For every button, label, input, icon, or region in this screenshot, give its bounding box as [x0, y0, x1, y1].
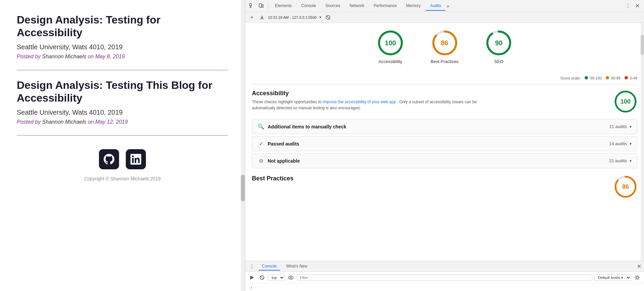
audit-manual-label: Additional items to manually check — [268, 124, 346, 129]
seo-score-number: 90 — [495, 39, 502, 47]
audit-item-manual-check[interactable]: 🔍 Additional items to manually check 11 … — [252, 119, 637, 134]
audit-left-na: ⊖ Not applicable — [258, 158, 300, 164]
accessibility-section-desc: These checks highlight opportunities to … — [252, 99, 480, 111]
blog-post-1: Design Analysis: Testing for Accessibili… — [17, 13, 228, 60]
console-levels-select[interactable]: Default levels ▾ — [594, 274, 631, 281]
download-icon[interactable] — [258, 13, 266, 21]
score-scale-label: Score scale: — [560, 76, 581, 80]
address-dropdown-icon[interactable]: ▼ — [319, 15, 322, 19]
svg-point-21 — [290, 277, 291, 278]
devtools-scroll-thumb[interactable] — [641, 35, 644, 55]
svg-line-19 — [260, 276, 264, 279]
post-2-date: May 12, 2019 — [95, 119, 128, 125]
post-1-author[interactable]: Shannon Michaels — [42, 54, 87, 59]
console-context-select[interactable]: top — [268, 274, 285, 281]
tab-network[interactable]: Network — [345, 1, 368, 11]
seo-score-label: SEO — [494, 59, 503, 64]
best-practices-section: Best Practices 86 — [252, 175, 637, 198]
score-scale-orange: 50-89 — [606, 76, 621, 80]
accessibility-section: Accessibility These checks highlight opp… — [252, 90, 637, 168]
tab-audits[interactable]: Audits — [426, 1, 445, 11]
audit-item-passed[interactable]: ✓ Passed audits 14 audits ▾ — [252, 136, 637, 151]
post-1-posted-prefix: Posted by Shannon Michaels on May 8, 201… — [17, 54, 125, 59]
accessibility-score-number: 100 — [385, 39, 396, 47]
svg-rect-4 — [262, 5, 263, 7]
post-2-title: Design Analysis: Testing This Blog for A… — [17, 79, 228, 105]
divider-2 — [17, 135, 228, 136]
audit-item-not-applicable[interactable]: ⊖ Not applicable 21 audits ▾ — [252, 153, 637, 168]
console-input-bar: top Default levels ▾ — [245, 272, 644, 283]
orange-dot — [606, 76, 609, 79]
dash-circle-icon: ⊖ — [258, 158, 264, 164]
play-icon[interactable] — [248, 274, 256, 282]
red-dot — [625, 76, 628, 79]
devtools-scrollbar[interactable] — [641, 23, 644, 261]
svg-rect-0 — [250, 4, 252, 6]
toolbar-separator — [268, 3, 268, 9]
post-2-author[interactable]: Shannon Michaels — [42, 119, 87, 125]
seo-score-circle: 90 — [485, 30, 512, 56]
no-record-icon[interactable] — [258, 274, 266, 282]
tab-performance[interactable]: Performance — [370, 1, 401, 11]
green-dot — [585, 76, 588, 79]
more-tabs-icon[interactable]: » — [447, 3, 449, 9]
accessibility-score-label: Accessibility — [379, 59, 402, 64]
console-arrow-icon: › — [248, 283, 255, 291]
post-1-title: Design Analysis: Testing for Accessibili… — [17, 13, 228, 39]
post-2-posted-italic: Posted by — [17, 119, 42, 125]
inspect-element-icon[interactable] — [248, 2, 256, 10]
add-icon[interactable]: + — [248, 13, 256, 21]
audit-na-label: Not applicable — [268, 158, 300, 164]
devtools-address-bar: + 10:31:18 AM - 127.0.0.1:5500 ▼ — [245, 12, 644, 23]
tab-whats-new[interactable]: What's New — [283, 263, 311, 271]
webpage-panel: Design Analysis: Testing for Accessibili… — [0, 0, 245, 291]
check-icon: ✓ — [258, 140, 264, 147]
settings-icon[interactable] — [633, 274, 641, 282]
audit-passed-count: 14 audits — [609, 141, 627, 146]
tab-elements[interactable]: Elements — [271, 1, 296, 11]
accessibility-link[interactable]: improve the accessibility of your web ap… — [323, 100, 396, 104]
github-icon[interactable] — [99, 149, 119, 169]
close-console-icon[interactable]: ✕ — [637, 263, 641, 270]
webpage-scrollbar[interactable] — [241, 0, 245, 291]
console-more-icon[interactable]: ⋮ — [248, 263, 256, 270]
accessibility-section-score: 100 — [614, 90, 637, 113]
devtools-more-icon[interactable]: ⋮ — [624, 3, 632, 9]
copyright-text: Copyright © Shannon Michaels 2019 — [17, 176, 228, 181]
post-1-posted-italic: Posted by — [17, 54, 42, 59]
svg-rect-3 — [259, 4, 262, 7]
console-filter-input[interactable] — [297, 275, 592, 281]
best-practices-score-num: 86 — [622, 183, 629, 190]
accessibility-score-circle: 100 — [377, 30, 404, 56]
audit-manual-count: 11 audits — [609, 124, 627, 129]
tab-console[interactable]: Console — [297, 1, 320, 11]
audit-right-na: 21 audits ▾ — [609, 158, 632, 163]
best-practices-score-circle: 86 — [431, 30, 458, 56]
accessibility-section-text: Accessibility These checks highlight opp… — [252, 90, 480, 116]
console-prompt-line: › — [245, 283, 644, 291]
device-toolbar-icon[interactable] — [257, 2, 265, 10]
webpage-scroll-thumb[interactable] — [241, 175, 245, 201]
address-text: 10:31:18 AM - 127.0.0.1:5500 — [268, 15, 317, 19]
linkedin-icon[interactable] — [126, 149, 146, 169]
accessibility-section-header: Accessibility These checks highlight opp… — [252, 90, 637, 116]
blog-post-2: Design Analysis: Testing This Blog for A… — [17, 79, 228, 125]
svg-marker-17 — [250, 276, 254, 280]
tab-console-bottom[interactable]: Console — [259, 263, 280, 271]
svg-line-6 — [326, 16, 330, 19]
audit-passed-label: Passed audits — [268, 141, 299, 147]
post-1-university: Seattle University, Wats 4010, 2019 — [17, 43, 228, 51]
chevron-down-icon-1: ▾ — [630, 124, 632, 129]
svg-point-20 — [288, 276, 293, 279]
no-recording-icon[interactable] — [324, 13, 332, 21]
accessibility-section-title: Accessibility — [252, 90, 480, 97]
post-2-posted-prefix: Posted by Shannon Michaels on May 12, 20… — [17, 119, 128, 125]
tab-memory[interactable]: Memory — [402, 1, 425, 11]
social-icons — [17, 149, 228, 169]
devtools-panel: Elements Console Sources Network Perform… — [245, 0, 644, 291]
post-1-meta: Posted by Shannon Michaels on May 8, 201… — [17, 54, 228, 60]
post-1-date: May 8, 2019 — [95, 54, 125, 59]
close-devtools-icon[interactable]: ✕ — [633, 2, 641, 10]
tab-sources[interactable]: Sources — [321, 1, 344, 11]
eye-icon[interactable] — [287, 274, 295, 282]
